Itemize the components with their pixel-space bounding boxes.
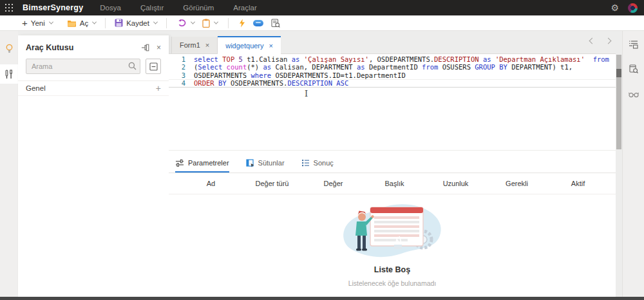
app-launcher-icon[interactable] [5, 4, 14, 12]
new-button[interactable]: + Yeni [19, 18, 55, 28]
tab-parametreler[interactable]: Parametreler [175, 155, 229, 173]
collapse-all-button[interactable] [146, 59, 161, 74]
clipboard-icon [202, 19, 210, 28]
chevron-down-icon [49, 20, 53, 24]
columns-icon [246, 159, 254, 167]
empty-state-title: Liste Boş [374, 265, 410, 274]
blue-pill-icon [253, 20, 263, 26]
tab-sutunlar[interactable]: Sütunlar [246, 155, 285, 173]
lightbulb-icon [5, 44, 14, 53]
code-text: OSDEPARTMENTS where OSDEPARTMENTS.ID=t1.… [194, 71, 406, 79]
open-button[interactable]: Aç [64, 19, 99, 27]
empty-state-subtitle: Listelenecek öğe bulunamadı [348, 279, 437, 287]
chevron-down-icon [92, 20, 97, 24]
bottom-edge-bar [0, 297, 644, 300]
document-search-icon [271, 19, 280, 28]
menu-gorunum[interactable]: Görünüm [183, 4, 214, 12]
plus-icon: + [22, 18, 28, 28]
line-number: 2 [169, 63, 185, 71]
suggestions-rail-button[interactable] [0, 39, 18, 58]
toolbox-rail-button[interactable] [0, 64, 18, 84]
column-header-degerturu: Değer türü [242, 180, 303, 187]
app-title: BimserSynergy [23, 3, 83, 12]
column-header-uzunluk: Uzunluk [425, 180, 486, 187]
close-tab-icon[interactable]: × [269, 42, 273, 50]
document-search-panel-button[interactable] [629, 64, 638, 76]
code-text: (Select count(*) as Calisan, DEPARTMENT … [194, 63, 573, 71]
toolbox-panel: Araç Kutusu × [18, 35, 169, 297]
right-icon-rail [622, 31, 644, 297]
menu-bar: Dosya Çalıştır Görünüm Araçlar [100, 4, 256, 12]
section-expand-icon[interactable]: + [156, 84, 161, 93]
parameters-table-header: Ad Değer türü Değer Başlık Uzunluk Gerek… [169, 173, 616, 194]
toolbar-separator [166, 18, 167, 28]
section-label: Genel [26, 84, 46, 92]
properties-list-icon [629, 40, 638, 49]
settings-gear-icon[interactable]: ⚙ [611, 3, 619, 12]
tab-form1[interactable]: Form1 × [171, 37, 218, 53]
chevron-down-icon [153, 20, 158, 24]
save-floppy-icon [115, 19, 123, 27]
tag-button[interactable] [249, 20, 267, 26]
code-line[interactable]: 2(Select count(*) as Calisan, DEPARTMENT… [169, 63, 616, 71]
code-line[interactable]: 1select TOP 5 t1.Calisan as 'Çalışan Say… [169, 55, 616, 63]
tab-widgetquery[interactable]: widgetquery × [218, 36, 281, 54]
close-tab-icon[interactable]: × [205, 42, 209, 49]
editor-tabstrip: Form1 × widgetquery × [169, 31, 616, 54]
save-button[interactable]: Kaydet [112, 19, 160, 27]
sliders-icon [175, 159, 184, 167]
code-line[interactable]: 3OSDEPARTMENTS where OSDEPARTMENTS.ID=t1… [169, 71, 616, 79]
main-content: Form1 × widgetquery × 1select TOP 5 t1.C… [169, 31, 616, 297]
column-header-ad: Ad [180, 180, 242, 187]
column-header-aktif: Aktif [547, 180, 609, 187]
left-icon-rail [0, 31, 18, 297]
line-number: 1 [169, 55, 185, 63]
undo-button[interactable] [173, 19, 198, 27]
empty-list-illustration [328, 200, 457, 261]
line-number: 4 [169, 79, 185, 87]
column-header-deger: Değer [303, 180, 364, 187]
toolbox-close-icon[interactable]: × [156, 44, 161, 52]
code-preview-button[interactable] [629, 89, 639, 100]
toolbox-title: Araç Kutusu [26, 43, 73, 52]
bottom-panel: Parametreler Sütunlar [169, 150, 616, 297]
pin-icon[interactable] [141, 44, 150, 52]
tools-icon [5, 70, 14, 79]
bimser-synergy-window: BimserSynergy Dosya Çalıştır Görünüm Ara… [0, 0, 644, 300]
toolbar-separator [228, 18, 229, 28]
menu-araclar[interactable]: Araçlar [233, 4, 256, 12]
bimser-logo[interactable] [628, 3, 638, 13]
chevron-down-icon [214, 20, 218, 24]
menu-calistir[interactable]: Çalıştır [140, 4, 164, 12]
app-header: BimserSynergy Dosya Çalıştır Görünüm Ara… [0, 0, 644, 15]
toolbox-search-input[interactable] [26, 59, 140, 74]
undo-icon [177, 19, 187, 27]
scrollbar-inner-thumb[interactable] [616, 69, 621, 77]
properties-panel-button[interactable] [629, 40, 638, 52]
bottom-panel-tabs: Parametreler Sütunlar [169, 155, 616, 173]
tab-sonuc[interactable]: Sonuç [301, 155, 334, 173]
column-header-baslik: Başlık [364, 180, 425, 187]
code-line[interactable]: 4ORDER BY OSDEPARTMENTS.DESCRIPTION ASC [169, 79, 616, 87]
empty-state: Liste Boş Listelenecek öğe bulunamadı [169, 200, 616, 287]
column-header-gerekli: Gerekli [486, 180, 547, 187]
folder-icon [67, 19, 77, 27]
search-icon [128, 62, 137, 70]
sql-code-editor[interactable]: 1select TOP 5 t1.Calisan as 'Çalışan Say… [169, 54, 616, 150]
lightning-icon [239, 19, 245, 28]
tab-scroll-left-icon[interactable] [589, 38, 596, 44]
toolbar-separator [105, 18, 106, 28]
paste-button[interactable] [198, 19, 222, 28]
result-list-icon [301, 159, 310, 167]
document-search-icon [629, 64, 638, 73]
preview-query-button[interactable] [267, 19, 284, 28]
tab-scroll-right-icon[interactable] [605, 38, 612, 44]
toolbox-section-genel[interactable]: Genel + [18, 80, 169, 96]
code-text: ORDER BY OSDEPARTMENTS.DESCRIPTION ASC [194, 79, 348, 87]
run-query-button[interactable] [235, 19, 249, 28]
menu-dosya[interactable]: Dosya [100, 4, 121, 12]
collapse-square-minus-icon [149, 62, 158, 71]
scrollbar-thumb[interactable] [616, 55, 621, 149]
glasses-icon [629, 91, 639, 98]
vertical-scrollbar[interactable] [616, 35, 622, 297]
